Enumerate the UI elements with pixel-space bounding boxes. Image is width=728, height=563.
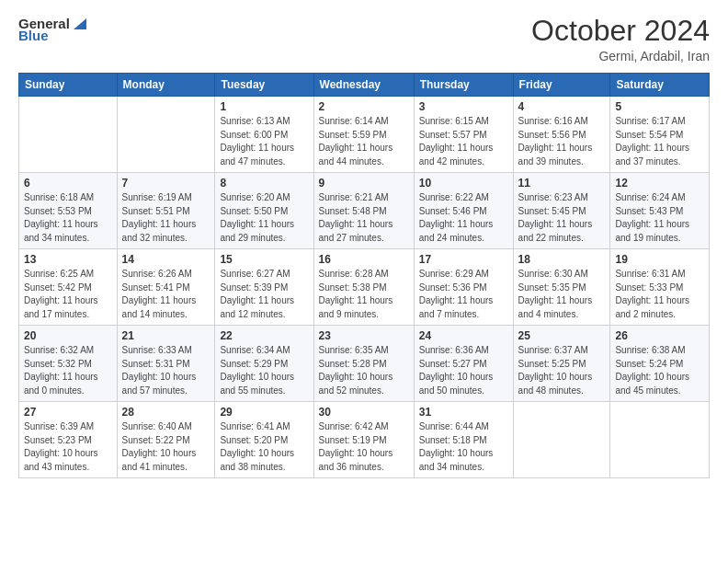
table-row: 24Sunrise: 6:36 AMSunset: 5:27 PMDayligh…: [414, 326, 513, 402]
day-info: Sunrise: 6:24 AMSunset: 5:43 PMDaylight:…: [615, 191, 704, 245]
location-subtitle: Germi, Ardabil, Iran: [531, 49, 710, 63]
day-number: 17: [419, 253, 508, 266]
day-number: 18: [518, 253, 606, 266]
day-number: 19: [615, 253, 704, 266]
calendar-week-row: 13Sunrise: 6:25 AMSunset: 5:42 PMDayligh…: [19, 249, 710, 326]
day-number: 16: [319, 253, 409, 266]
svg-marker-0: [74, 18, 86, 29]
day-number: 14: [122, 253, 210, 266]
calendar-week-row: 20Sunrise: 6:32 AMSunset: 5:32 PMDayligh…: [19, 326, 710, 402]
calendar-week-row: 27Sunrise: 6:39 AMSunset: 5:23 PMDayligh…: [19, 402, 710, 478]
day-info: Sunrise: 6:31 AMSunset: 5:33 PMDaylight:…: [615, 268, 704, 321]
day-info: Sunrise: 6:26 AMSunset: 5:41 PMDaylight:…: [122, 268, 210, 321]
day-number: 13: [24, 253, 112, 266]
day-info: Sunrise: 6:23 AMSunset: 5:45 PMDaylight:…: [518, 191, 606, 245]
day-number: 21: [122, 329, 210, 342]
day-number: 6: [24, 177, 112, 190]
calendar-header-row: Sunday Monday Tuesday Wednesday Thursday…: [19, 74, 710, 97]
day-number: 24: [419, 329, 508, 342]
day-number: 30: [319, 406, 409, 419]
calendar-week-row: 6Sunrise: 6:18 AMSunset: 5:53 PMDaylight…: [19, 173, 710, 249]
table-row: 31Sunrise: 6:44 AMSunset: 5:18 PMDayligh…: [414, 402, 513, 478]
day-number: 9: [319, 177, 409, 190]
day-info: Sunrise: 6:17 AMSunset: 5:54 PMDaylight:…: [615, 115, 704, 168]
day-number: 10: [419, 177, 508, 190]
table-row: 9Sunrise: 6:21 AMSunset: 5:48 PMDaylight…: [313, 173, 414, 249]
table-row: 23Sunrise: 6:35 AMSunset: 5:28 PMDayligh…: [313, 326, 414, 402]
table-row: 17Sunrise: 6:29 AMSunset: 5:36 PMDayligh…: [414, 249, 513, 326]
day-number: 25: [518, 329, 606, 342]
col-monday: Monday: [117, 74, 215, 97]
col-tuesday: Tuesday: [215, 74, 313, 97]
table-row: 15Sunrise: 6:27 AMSunset: 5:39 PMDayligh…: [215, 249, 313, 326]
day-number: 11: [518, 177, 606, 190]
day-info: Sunrise: 6:30 AMSunset: 5:35 PMDaylight:…: [518, 268, 606, 321]
day-info: Sunrise: 6:36 AMSunset: 5:27 PMDaylight:…: [419, 344, 508, 397]
table-row: 10Sunrise: 6:22 AMSunset: 5:46 PMDayligh…: [414, 173, 513, 249]
table-row: 28Sunrise: 6:40 AMSunset: 5:22 PMDayligh…: [117, 402, 215, 478]
logo-blue-text: Blue: [18, 28, 49, 43]
table-row: 1Sunrise: 6:13 AMSunset: 6:00 PMDaylight…: [215, 97, 313, 173]
month-title: October 2024: [531, 15, 710, 47]
day-number: 2: [319, 100, 409, 113]
day-number: 15: [220, 253, 308, 266]
day-number: 22: [220, 329, 308, 342]
table-row: 25Sunrise: 6:37 AMSunset: 5:25 PMDayligh…: [513, 326, 610, 402]
day-number: 1: [220, 100, 308, 113]
day-number: 28: [122, 406, 210, 419]
day-info: Sunrise: 6:37 AMSunset: 5:25 PMDaylight:…: [518, 344, 606, 397]
day-info: Sunrise: 6:16 AMSunset: 5:56 PMDaylight:…: [518, 115, 606, 168]
day-number: 12: [615, 177, 704, 190]
table-row: 4Sunrise: 6:16 AMSunset: 5:56 PMDaylight…: [513, 97, 610, 173]
table-row: 6Sunrise: 6:18 AMSunset: 5:53 PMDaylight…: [19, 173, 118, 249]
day-number: 27: [24, 406, 112, 419]
day-info: Sunrise: 6:18 AMSunset: 5:53 PMDaylight:…: [24, 191, 112, 245]
table-row: 27Sunrise: 6:39 AMSunset: 5:23 PMDayligh…: [19, 402, 118, 478]
calendar-week-row: 1Sunrise: 6:13 AMSunset: 6:00 PMDaylight…: [19, 97, 710, 173]
day-number: 26: [615, 329, 704, 342]
day-info: Sunrise: 6:14 AMSunset: 5:59 PMDaylight:…: [319, 115, 409, 168]
page: General Blue October 2024 Germi, Ardabil…: [0, 0, 728, 563]
day-number: 5: [615, 100, 704, 113]
table-row: 20Sunrise: 6:32 AMSunset: 5:32 PMDayligh…: [19, 326, 118, 402]
table-row: [513, 402, 610, 478]
day-info: Sunrise: 6:32 AMSunset: 5:32 PMDaylight:…: [24, 344, 112, 397]
day-info: Sunrise: 6:41 AMSunset: 5:20 PMDaylight:…: [220, 420, 308, 474]
col-sunday: Sunday: [19, 74, 118, 97]
table-row: 8Sunrise: 6:20 AMSunset: 5:50 PMDaylight…: [215, 173, 313, 249]
day-info: Sunrise: 6:40 AMSunset: 5:22 PMDaylight:…: [122, 420, 210, 474]
table-row: [610, 402, 710, 478]
day-info: Sunrise: 6:39 AMSunset: 5:23 PMDaylight:…: [24, 420, 112, 474]
day-number: 8: [220, 177, 308, 190]
day-number: 7: [122, 177, 210, 190]
table-row: 5Sunrise: 6:17 AMSunset: 5:54 PMDaylight…: [610, 97, 710, 173]
day-info: Sunrise: 6:28 AMSunset: 5:38 PMDaylight:…: [319, 268, 409, 321]
table-row: 16Sunrise: 6:28 AMSunset: 5:38 PMDayligh…: [313, 249, 414, 326]
table-row: 13Sunrise: 6:25 AMSunset: 5:42 PMDayligh…: [19, 249, 118, 326]
table-row: [19, 97, 118, 173]
table-row: [117, 97, 215, 173]
calendar-table: Sunday Monday Tuesday Wednesday Thursday…: [18, 73, 710, 478]
table-row: 30Sunrise: 6:42 AMSunset: 5:19 PMDayligh…: [313, 402, 414, 478]
logo-icon: [72, 15, 88, 31]
day-info: Sunrise: 6:35 AMSunset: 5:28 PMDaylight:…: [319, 344, 409, 397]
table-row: 14Sunrise: 6:26 AMSunset: 5:41 PMDayligh…: [117, 249, 215, 326]
day-number: 23: [319, 329, 409, 342]
day-number: 3: [419, 100, 508, 113]
day-info: Sunrise: 6:29 AMSunset: 5:36 PMDaylight:…: [419, 268, 508, 321]
day-info: Sunrise: 6:22 AMSunset: 5:46 PMDaylight:…: [419, 191, 508, 245]
day-number: 31: [419, 406, 508, 419]
col-thursday: Thursday: [414, 74, 513, 97]
table-row: 18Sunrise: 6:30 AMSunset: 5:35 PMDayligh…: [513, 249, 610, 326]
header: General Blue October 2024 Germi, Ardabil…: [18, 15, 710, 63]
col-saturday: Saturday: [610, 74, 710, 97]
day-info: Sunrise: 6:21 AMSunset: 5:48 PMDaylight:…: [319, 191, 409, 245]
day-info: Sunrise: 6:33 AMSunset: 5:31 PMDaylight:…: [122, 344, 210, 397]
table-row: 29Sunrise: 6:41 AMSunset: 5:20 PMDayligh…: [215, 402, 313, 478]
day-number: 20: [24, 329, 112, 342]
logo: General Blue: [18, 15, 88, 43]
day-info: Sunrise: 6:20 AMSunset: 5:50 PMDaylight:…: [220, 191, 308, 245]
day-info: Sunrise: 6:19 AMSunset: 5:51 PMDaylight:…: [122, 191, 210, 245]
day-info: Sunrise: 6:42 AMSunset: 5:19 PMDaylight:…: [319, 420, 409, 474]
day-number: 29: [220, 406, 308, 419]
